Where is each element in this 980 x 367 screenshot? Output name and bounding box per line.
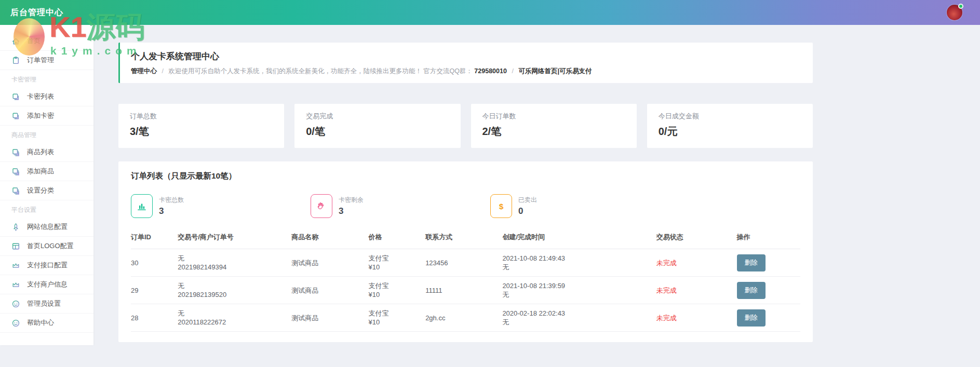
sidebar-item-15[interactable]: 帮助中心 — [0, 314, 93, 333]
stat-card-label: 今日订单数 — [482, 112, 625, 121]
order-id-cell: 28 — [131, 304, 178, 332]
smile-icon — [11, 319, 20, 328]
status-cell: 未完成 — [656, 277, 737, 304]
hand-icon — [311, 194, 332, 218]
action-cell: 删除 — [737, 249, 800, 277]
product-name-cell: 测试商品 — [291, 249, 368, 277]
product-name-cell: 测试商品 — [291, 304, 368, 332]
action-cell: 删除 — [737, 277, 800, 304]
online-status-dot — [958, 4, 963, 9]
sidebar-item-13[interactable]: 支付商户信息 — [0, 275, 93, 294]
breadcrumb: 管理中心 / 欢迎使用可乐自助个人发卡系统，我们的系统全新美化，功能齐全，陆续推… — [131, 67, 800, 76]
sidebar-item-label: 管理员设置 — [27, 299, 61, 308]
time-cell: 2020-02-18 22:02:43 无 — [502, 304, 656, 332]
delete-button[interactable]: 删除 — [737, 254, 766, 271]
status-cell: 未完成 — [656, 249, 737, 277]
column-header: 交易状态 — [656, 225, 737, 249]
rocket-icon — [11, 223, 20, 232]
sidebar-section-header: 商品管理 — [0, 126, 93, 143]
sidebar-item-7[interactable]: 添加商品 — [0, 162, 93, 181]
table-row: 28 无 2020118222672 测试商品 支付宝 ¥10 2gh.cc 2… — [131, 304, 800, 332]
sidebar-item-label: 设置分类 — [27, 186, 54, 195]
mini-stats-row: 卡密总数 3 卡密剩余 3 $ 已卖出 0 — [131, 194, 800, 218]
mini-stat-value: 3 — [339, 206, 364, 216]
column-header: 商品名称 — [291, 225, 368, 249]
welcome-panel: 个人发卡系统管理中心 管理中心 / 欢迎使用可乐自助个人发卡系统，我们的系统全新… — [118, 43, 813, 83]
crown-icon — [11, 261, 20, 270]
orders-table: 订单ID交易号/商户订单号商品名称价格联系方式创建/完成时间交易状态操作 30 … — [131, 225, 800, 332]
trade-no-cell: 无 2020118222672 — [178, 304, 291, 332]
home-icon — [11, 37, 20, 46]
order-id-cell: 30 — [131, 249, 178, 277]
sidebar-item-8[interactable]: 设置分类 — [0, 181, 93, 200]
time-cell: 2021-10-08 21:39:59 无 — [502, 277, 656, 304]
stat-card: 今日成交金额 0/元 — [647, 104, 813, 148]
sidebar-item-10[interactable]: 网站信息配置 — [0, 218, 93, 237]
sidebar-section-header: 平台设置 — [0, 200, 93, 218]
qq-group-number: 729580010 — [474, 67, 507, 75]
sidebar-item-label: 首页LOGO配置 — [27, 241, 74, 251]
sidebar-item-label: 首页 — [27, 36, 41, 46]
sidebar-item-4[interactable]: 添加卡密 — [0, 106, 93, 126]
column-header: 联系方式 — [425, 225, 502, 249]
contact-cell: 11111 — [425, 277, 502, 304]
svg-text:$: $ — [499, 202, 504, 211]
table-row: 29 无 2021982139520 测试商品 支付宝 ¥10 11111 20… — [131, 277, 800, 304]
welcome-message: 欢迎使用可乐自助个人发卡系统，我们的系统全新美化，功能齐全，陆续推出更多功能！ … — [168, 67, 472, 75]
top-header-bar: 后台管理中心 — [0, 0, 980, 25]
status-badge: 未完成 — [656, 314, 677, 322]
sidebar-item-label: 订单管理 — [27, 56, 54, 65]
sidebar-item-label: 商品列表 — [27, 147, 54, 157]
sidebar-item-label: 卡密列表 — [27, 92, 54, 101]
sidebar-item-0[interactable]: 首页 — [0, 32, 93, 51]
stat-card-label: 今日成交金额 — [659, 112, 801, 121]
sidebar-item-11[interactable]: 首页LOGO配置 — [0, 237, 93, 256]
sidebar-item-label: 添加卡密 — [27, 111, 54, 120]
stat-card-label: 交易完成 — [306, 112, 449, 121]
sidebar-item-14[interactable]: 管理员设置 — [0, 294, 93, 314]
price-cell: 支付宝 ¥10 — [369, 304, 426, 332]
sidebar-item-3[interactable]: 卡密列表 — [0, 87, 93, 106]
stat-card-value: 0/元 — [659, 125, 801, 139]
sidebar-item-label: 添加商品 — [27, 167, 54, 176]
price-cell: 支付宝 ¥10 — [369, 249, 426, 277]
layers-icon — [11, 167, 20, 176]
column-header: 操作 — [737, 225, 800, 249]
dollar-icon: $ — [490, 194, 512, 218]
status-badge: 未完成 — [656, 287, 677, 294]
site-link[interactable]: 可乐网络首页|可乐易支付 — [518, 67, 592, 75]
delete-button[interactable]: 删除 — [737, 282, 766, 299]
sidebar-item-label: 支付商户信息 — [27, 280, 68, 289]
contact-cell: 123456 — [425, 249, 502, 277]
mini-stat-label: 卡密剩余 — [339, 196, 364, 205]
bar-chart-icon — [131, 194, 153, 218]
crown-icon — [11, 280, 20, 289]
column-header: 创建/完成时间 — [502, 225, 656, 249]
user-avatar[interactable] — [947, 5, 962, 20]
sidebar-item-label: 网站信息配置 — [27, 222, 68, 232]
mini-stat-value: 0 — [518, 206, 537, 216]
layers-icon — [11, 148, 20, 157]
action-cell: 删除 — [737, 304, 800, 332]
page-title: 个人发卡系统管理中心 — [131, 50, 800, 62]
sidebar-item-1[interactable]: 订单管理 — [0, 51, 93, 70]
smile-icon — [11, 300, 20, 308]
table-body: 30 无 2021982149394 测试商品 支付宝 ¥10 123456 2… — [131, 249, 800, 332]
column-header: 订单ID — [131, 225, 178, 249]
sidebar-item-6[interactable]: 商品列表 — [0, 143, 93, 162]
sidebar-item-12[interactable]: 支付接口配置 — [0, 256, 93, 275]
status-badge: 未完成 — [656, 259, 677, 267]
column-header: 交易号/商户订单号 — [178, 225, 291, 249]
trade-no-cell: 无 2021982149394 — [178, 249, 291, 277]
stat-card-value: 0/笔 — [306, 125, 449, 139]
time-cell: 2021-10-08 21:49:43 无 — [502, 249, 656, 277]
stat-card: 交易完成 0/笔 — [294, 104, 460, 148]
layout-icon — [11, 242, 20, 251]
table-header-row: 订单ID交易号/商户订单号商品名称价格联系方式创建/完成时间交易状态操作 — [131, 225, 800, 249]
delete-button[interactable]: 删除 — [737, 309, 766, 327]
sidebar-menu: 首页 订单管理 卡密管理 卡密列表 添加卡密 商品管理 商品列表 添加商品 设置… — [0, 32, 93, 333]
copy-icon — [11, 112, 20, 120]
stat-card-label: 订单总数 — [130, 112, 273, 121]
price-cell: 支付宝 ¥10 — [369, 277, 426, 304]
mini-stat: $ 已卖出 0 — [490, 194, 670, 218]
